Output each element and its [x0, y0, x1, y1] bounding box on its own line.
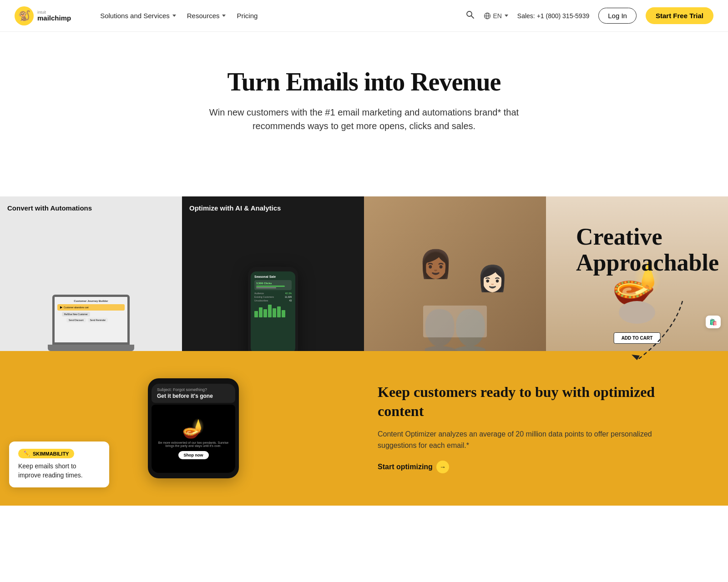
- email-body: 🪔 Be more extroverted of our two pendant…: [152, 405, 235, 473]
- segmentation-bg: 👥 👩🏾 👩🏻: [364, 196, 546, 351]
- yellow-section: Subject: Forgot something? Get it before…: [0, 351, 728, 506]
- skimmability-badge: ✏️ SKIMMABILITY: [18, 449, 74, 458]
- segmentation-feature-cell: Target with Segmentation 👥 👩🏾 👩🏻: [364, 196, 546, 351]
- svg-marker-7: [632, 355, 640, 360]
- yellow-left: Subject: Forgot something? Get it before…: [36, 378, 350, 478]
- nav-left: 🐒 intuit mailchimp Solutions and Service…: [15, 0, 272, 32]
- laptop-outline: [423, 306, 487, 337]
- lamp-product-icon: 🪔: [182, 418, 205, 439]
- shopify-icon: 🛍️: [709, 318, 717, 326]
- logo[interactable]: 🐒 intuit mailchimp: [15, 6, 71, 25]
- screen-title: Customer Journey Builder: [57, 300, 125, 302]
- person-1-icon: 👩🏾: [419, 251, 453, 278]
- dashed-arrow-icon: [601, 296, 692, 369]
- yellow-phone-screen: Subject: Forgot something? Get it before…: [152, 384, 235, 473]
- nav-links: Solutions and Services Resources Pricing: [86, 0, 272, 32]
- feature-grid-section: Convert with Automations Customer Journe…: [0, 196, 728, 351]
- svg-point-2: [467, 11, 472, 16]
- solutions-chevron-icon: [172, 15, 176, 17]
- phone-sale-label: Seasonal Sale: [254, 275, 292, 278]
- yellow-heading: Keep customers ready to buy with optimiz…: [378, 383, 692, 421]
- resources-chevron-icon: [222, 15, 226, 17]
- search-icon[interactable]: [465, 10, 475, 21]
- nav-right: EN Sales: +1 (800) 315-5939 Log In Start…: [465, 7, 713, 24]
- email-header: Subject: Forgot something? Get it before…: [152, 384, 235, 403]
- svg-text:🐒: 🐒: [18, 10, 31, 22]
- automations-feature-cell: Convert with Automations Customer Journe…: [0, 196, 182, 351]
- hero-section: Turn Emails into Revenue Win new custome…: [0, 32, 728, 169]
- language-selector[interactable]: EN: [484, 12, 508, 20]
- pricing-nav-link[interactable]: Pricing: [237, 12, 258, 20]
- pencil-icon: ✏️: [24, 451, 30, 457]
- hero-subtext: Win new customers with the #1 email mark…: [205, 105, 523, 133]
- arrow-right-icon: →: [436, 461, 449, 473]
- solutions-nav-link[interactable]: Solutions and Services: [100, 12, 176, 20]
- hero-headline: Turn Emails into Revenue: [15, 68, 713, 96]
- mailchimp-logo-icon: 🐒: [15, 6, 34, 25]
- start-optimizing-link[interactable]: Start optimizing →: [378, 461, 692, 473]
- yellow-description: Content Optimizer analyzes an average of…: [378, 428, 692, 452]
- navbar: 🐒 intuit mailchimp Solutions and Service…: [0, 0, 728, 32]
- shopify-badge: 🛍️: [706, 316, 721, 328]
- person-2-icon: 👩🏻: [477, 266, 508, 291]
- svg-line-3: [471, 16, 474, 18]
- start-trial-button[interactable]: Start Free Trial: [646, 7, 713, 24]
- analytics-feature-cell: Optimize with AI & Analytics Seasonal Sa…: [182, 196, 364, 351]
- resources-nav-link[interactable]: Resources: [187, 12, 226, 20]
- lang-chevron-icon: [505, 15, 508, 17]
- skimmability-card: ✏️ SKIMMABILITY Keep emails short to imp…: [9, 442, 109, 487]
- logo-wordmark: intuit mailchimp: [37, 10, 71, 21]
- yellow-phone: Subject: Forgot something? Get it before…: [148, 378, 239, 478]
- globe-icon: [484, 12, 491, 20]
- analytics-label: Optimize with AI & Analytics: [189, 204, 281, 213]
- login-button[interactable]: Log In: [598, 8, 637, 24]
- yellow-right: Keep customers ready to buy with optimiz…: [378, 383, 692, 473]
- automations-label: Convert with Automations: [7, 204, 92, 213]
